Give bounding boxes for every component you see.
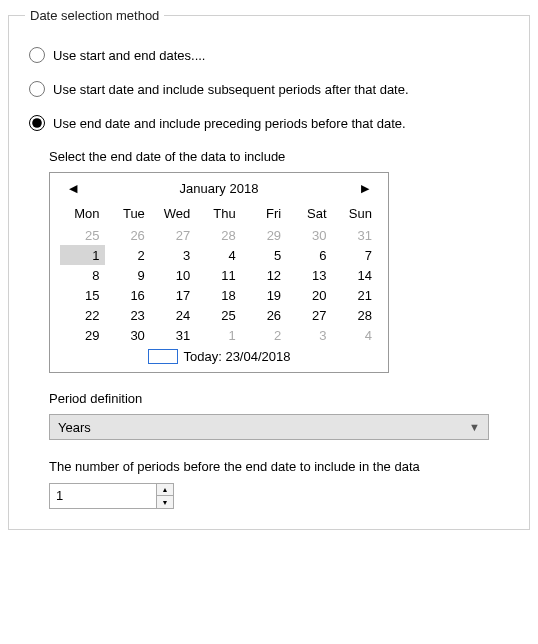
spinner-buttons: ▲ ▼ xyxy=(156,484,173,508)
end-date-section: Select the end date of the data to inclu… xyxy=(49,149,513,509)
calendar-day-cell[interactable]: 18 xyxy=(196,285,241,305)
calendar-day-cell[interactable]: 8 xyxy=(60,265,105,285)
calendar-day-cell[interactable]: 13 xyxy=(287,265,332,285)
calendar-day-cell[interactable]: 17 xyxy=(151,285,196,305)
calendar-day-cell[interactable]: 28 xyxy=(333,305,378,325)
select-end-date-label: Select the end date of the data to inclu… xyxy=(49,149,513,164)
calendar-day-cell[interactable]: 2 xyxy=(105,245,150,265)
radio-start-end-label: Use start and end dates.... xyxy=(53,48,205,63)
calendar-day-cell[interactable]: 14 xyxy=(333,265,378,285)
num-periods-input[interactable] xyxy=(50,484,156,508)
calendar-header: ◀ January 2018 ▶ xyxy=(60,179,378,204)
calendar-title[interactable]: January 2018 xyxy=(82,181,356,196)
calendar-day-cell[interactable]: 11 xyxy=(196,265,241,285)
calendar-day-header: Mon xyxy=(60,204,105,225)
calendar-next-button[interactable]: ▶ xyxy=(356,182,374,195)
calendar-day-cell[interactable]: 10 xyxy=(151,265,196,285)
calendar-day-cell[interactable]: 5 xyxy=(242,245,287,265)
chevron-right-icon: ▶ xyxy=(361,182,369,194)
num-periods-stepper[interactable]: ▲ ▼ xyxy=(49,483,174,509)
num-periods-label: The number of periods before the end dat… xyxy=(49,458,489,477)
radio-start-subsequent-label: Use start date and include subsequent pe… xyxy=(53,82,409,97)
calendar-day-cell[interactable]: 12 xyxy=(242,265,287,285)
calendar-day-cell[interactable]: 16 xyxy=(105,285,150,305)
calendar-day-cell[interactable]: 25 xyxy=(60,225,105,245)
calendar-day-cell[interactable]: 26 xyxy=(105,225,150,245)
calendar-day-cell[interactable]: 25 xyxy=(196,305,241,325)
calendar-day-cell[interactable]: 2 xyxy=(242,325,287,345)
period-definition-label: Period definition xyxy=(49,391,513,406)
calendar-day-cell[interactable]: 3 xyxy=(151,245,196,265)
calendar-day-cell[interactable]: 29 xyxy=(242,225,287,245)
date-selection-fieldset: Date selection method Use start and end … xyxy=(8,8,530,530)
calendar-day-cell[interactable]: 26 xyxy=(242,305,287,325)
calendar-day-cell[interactable]: 6 xyxy=(287,245,332,265)
radio-end-preceding-input[interactable] xyxy=(29,115,45,131)
radio-end-preceding-label: Use end date and include preceding perio… xyxy=(53,116,406,131)
calendar-day-cell[interactable]: 15 xyxy=(60,285,105,305)
calendar-day-header: Wed xyxy=(151,204,196,225)
calendar-day-cell[interactable]: 27 xyxy=(287,305,332,325)
calendar-day-cell[interactable]: 4 xyxy=(196,245,241,265)
calendar-day-header: Tue xyxy=(105,204,150,225)
calendar-day-cell[interactable]: 19 xyxy=(242,285,287,305)
calendar-day-cell[interactable]: 20 xyxy=(287,285,332,305)
spinner-up-button[interactable]: ▲ xyxy=(157,484,173,497)
calendar-day-header: Sat xyxy=(287,204,332,225)
radio-option-end-preceding[interactable]: Use end date and include preceding perio… xyxy=(29,115,513,131)
calendar-day-cell[interactable]: 31 xyxy=(151,325,196,345)
chevron-up-icon: ▲ xyxy=(161,486,168,493)
calendar-day-cell[interactable]: 28 xyxy=(196,225,241,245)
calendar-day-header: Thu xyxy=(196,204,241,225)
calendar-day-cell[interactable]: 3 xyxy=(287,325,332,345)
calendar: ◀ January 2018 ▶ MonTueWedThuFriSatSun 2… xyxy=(49,172,389,373)
radio-option-start-end[interactable]: Use start and end dates.... xyxy=(29,47,513,63)
calendar-prev-button[interactable]: ◀ xyxy=(64,182,82,195)
calendar-day-cell[interactable]: 27 xyxy=(151,225,196,245)
calendar-day-cell[interactable]: 7 xyxy=(333,245,378,265)
calendar-day-cell[interactable]: 24 xyxy=(151,305,196,325)
calendar-day-header: Fri xyxy=(242,204,287,225)
calendar-day-cell[interactable]: 31 xyxy=(333,225,378,245)
calendar-day-header: Sun xyxy=(333,204,378,225)
radio-start-subsequent-input[interactable] xyxy=(29,81,45,97)
calendar-day-cell[interactable]: 23 xyxy=(105,305,150,325)
calendar-today-row[interactable]: Today: 23/04/2018 xyxy=(60,349,378,364)
today-indicator-icon xyxy=(148,349,178,364)
chevron-left-icon: ◀ xyxy=(69,182,77,194)
calendar-day-cell[interactable]: 1 xyxy=(60,245,105,265)
period-definition-value: Years xyxy=(58,420,91,435)
calendar-grid: MonTueWedThuFriSatSun 252627282930311234… xyxy=(60,204,378,345)
calendar-day-cell[interactable]: 4 xyxy=(333,325,378,345)
chevron-down-icon: ▼ xyxy=(161,499,168,506)
calendar-day-cell[interactable]: 9 xyxy=(105,265,150,285)
calendar-day-cell[interactable]: 30 xyxy=(287,225,332,245)
calendar-day-cell[interactable]: 22 xyxy=(60,305,105,325)
spinner-down-button[interactable]: ▼ xyxy=(157,496,173,508)
calendar-today-label: Today: 23/04/2018 xyxy=(184,349,291,364)
calendar-day-cell[interactable]: 29 xyxy=(60,325,105,345)
period-definition-select[interactable]: Years ▼ xyxy=(49,414,489,440)
fieldset-legend: Date selection method xyxy=(25,8,164,23)
chevron-down-icon: ▼ xyxy=(469,421,480,433)
calendar-day-cell[interactable]: 30 xyxy=(105,325,150,345)
calendar-day-cell[interactable]: 21 xyxy=(333,285,378,305)
radio-option-start-subsequent[interactable]: Use start date and include subsequent pe… xyxy=(29,81,513,97)
radio-start-end-input[interactable] xyxy=(29,47,45,63)
calendar-day-cell[interactable]: 1 xyxy=(196,325,241,345)
